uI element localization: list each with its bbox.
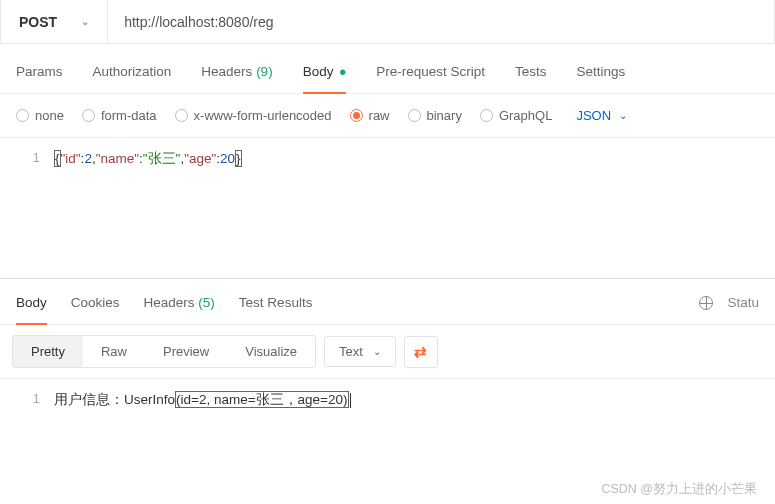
body-type-binary[interactable]: binary	[408, 108, 462, 123]
tab-authorization[interactable]: Authorization	[93, 64, 172, 79]
body-type-urlencoded[interactable]: x-www-form-urlencoded	[175, 108, 332, 123]
response-view-group: Pretty Raw Preview Visualize	[12, 335, 316, 368]
tab-params[interactable]: Params	[16, 64, 63, 79]
view-raw-button[interactable]: Raw	[83, 336, 145, 367]
url-input[interactable]: http://localhost:8080/reg	[108, 0, 774, 43]
response-content-type-select[interactable]: Text ⌄	[324, 336, 396, 367]
response-headers-count: (5)	[198, 295, 215, 310]
body-type-none[interactable]: none	[16, 108, 64, 123]
chevron-down-icon: ⌄	[81, 16, 89, 27]
tab-body-label: Body	[303, 64, 334, 79]
url-value: http://localhost:8080/reg	[124, 14, 273, 30]
tab-response-cookies[interactable]: Cookies	[71, 295, 120, 310]
response-line: 用户信息：UserInfo(id=2, name=张三，age=20)	[54, 391, 775, 409]
line-number: 1	[0, 150, 54, 278]
view-pretty-button[interactable]: Pretty	[13, 336, 83, 367]
body-type-row: none form-data x-www-form-urlencoded raw…	[0, 94, 775, 138]
tab-headers[interactable]: Headers (9)	[201, 64, 272, 79]
request-body-editor[interactable]: 1 {"id":2,"name":"张三","age":20}	[0, 138, 775, 278]
tab-response-testresults[interactable]: Test Results	[239, 295, 313, 310]
tab-settings[interactable]: Settings	[577, 64, 626, 79]
chevron-down-icon: ⌄	[619, 110, 627, 121]
tab-tests[interactable]: Tests	[515, 64, 547, 79]
status-label: Statu	[727, 295, 759, 310]
response-headers-label: Headers	[144, 295, 195, 310]
tab-response-body[interactable]: Body	[16, 295, 47, 310]
body-type-graphql[interactable]: GraphQL	[480, 108, 552, 123]
tab-response-headers[interactable]: Headers (5)	[144, 295, 215, 310]
method-value: POST	[19, 14, 57, 30]
raw-language-value: JSON	[576, 108, 611, 123]
body-type-raw[interactable]: raw	[350, 108, 390, 123]
chevron-down-icon: ⌄	[373, 346, 381, 357]
response-panel: Body Cookies Headers (5) Test Results St…	[0, 278, 775, 415]
json-line: {"id":2,"name":"张三","age":20}	[54, 150, 775, 278]
tab-body[interactable]: Body •	[303, 64, 347, 79]
body-modified-dot: •	[339, 61, 346, 83]
request-tabs: Params Authorization Headers (9) Body • …	[0, 44, 775, 94]
watermark: CSDN @努力上进的小芒果	[601, 481, 757, 498]
wrap-lines-button[interactable]: ⇄	[404, 336, 438, 368]
view-visualize-button[interactable]: Visualize	[227, 336, 315, 367]
response-body-editor[interactable]: 1 用户信息：UserInfo(id=2, name=张三，age=20)	[0, 379, 775, 415]
view-preview-button[interactable]: Preview	[145, 336, 227, 367]
tab-prerequest[interactable]: Pre-request Script	[376, 64, 485, 79]
line-number: 1	[0, 391, 54, 409]
method-select[interactable]: POST ⌄	[1, 0, 108, 43]
response-view-controls: Pretty Raw Preview Visualize Text ⌄ ⇄	[0, 325, 775, 379]
headers-count: (9)	[256, 64, 273, 79]
request-row: POST ⌄ http://localhost:8080/reg	[0, 0, 775, 44]
raw-language-select[interactable]: JSON ⌄	[576, 108, 627, 123]
globe-icon[interactable]	[699, 296, 713, 310]
content-type-value: Text	[339, 344, 363, 359]
response-tabs: Body Cookies Headers (5) Test Results St…	[0, 279, 775, 325]
tab-headers-label: Headers	[201, 64, 252, 79]
body-type-formdata[interactable]: form-data	[82, 108, 157, 123]
